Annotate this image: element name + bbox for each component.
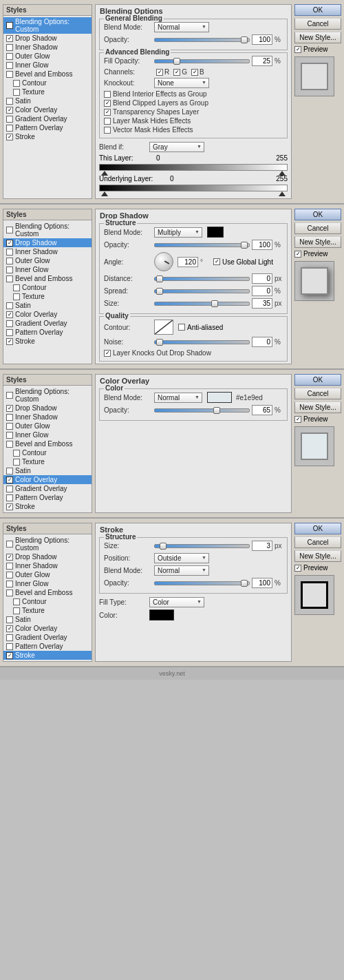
style-item-10[interactable]: Gradient Overlay: [3, 484, 92, 493]
ds-size-input[interactable]: [252, 298, 272, 309]
ds-size-slider[interactable]: [154, 302, 250, 306]
cancel-button-4[interactable]: Cancel: [294, 536, 341, 548]
preview-checkbox-2[interactable]: [294, 251, 301, 258]
style-item-10[interactable]: Gradient Overlay: [3, 114, 92, 123]
style-item-12[interactable]: Stroke: [3, 132, 92, 141]
style-item-4[interactable]: Inner Glow: [3, 265, 92, 274]
style-checkbox-10[interactable]: [6, 486, 13, 492]
ds-distance-slider[interactable]: [154, 277, 250, 281]
blend-mode-dropdown-1[interactable]: Normal: [154, 22, 209, 32]
style-item-2[interactable]: Inner Shadow: [3, 247, 92, 256]
style-item-11[interactable]: Pattern Overlay: [3, 493, 92, 502]
style-item-4[interactable]: Inner Glow: [3, 579, 92, 588]
co-blend-mode-dropdown[interactable]: Normal: [154, 393, 202, 403]
style-item-11[interactable]: Pattern Overlay: [3, 123, 92, 132]
style-item-7[interactable]: Texture: [3, 87, 92, 96]
style-checkbox-12[interactable]: [6, 652, 13, 659]
style-checkbox-0[interactable]: [6, 392, 13, 399]
style-item-6[interactable]: Contour: [3, 597, 92, 606]
style-item-8[interactable]: Satin: [3, 96, 92, 105]
style-item-6[interactable]: Contour: [3, 283, 92, 292]
style-checkbox-8[interactable]: [6, 98, 13, 105]
style-checkbox-5[interactable]: [6, 275, 13, 282]
style-item-4[interactable]: Inner Glow: [3, 61, 92, 70]
style-item-0[interactable]: Blending Options: Custom: [3, 222, 92, 238]
new-style-button-1[interactable]: New Style...: [294, 32, 341, 43]
style-checkbox-11[interactable]: [6, 125, 13, 132]
style-checkbox-7[interactable]: [13, 607, 20, 614]
layer-knocks-checkbox[interactable]: [104, 350, 111, 357]
channel-r-checkbox[interactable]: [156, 69, 163, 76]
style-checkbox-7[interactable]: [13, 89, 20, 96]
style-item-2[interactable]: Inner Shadow: [3, 561, 92, 570]
style-item-8[interactable]: Satin: [3, 301, 92, 310]
style-checkbox-8[interactable]: [6, 302, 13, 309]
style-item-1[interactable]: Drop Shadow: [3, 552, 92, 561]
ds-spread-slider[interactable]: [154, 289, 250, 293]
style-checkbox-7[interactable]: [13, 293, 20, 300]
cancel-button-3[interactable]: Cancel: [294, 388, 341, 399]
cancel-button-2[interactable]: Cancel: [294, 222, 341, 234]
style-item-12[interactable]: Stroke: [3, 502, 92, 511]
style-checkbox-4[interactable]: [6, 581, 13, 587]
opacity-input-1[interactable]: [252, 34, 272, 45]
blend-if-dropdown[interactable]: Gray: [149, 142, 204, 152]
preview-checkbox-4[interactable]: [294, 565, 301, 572]
knockout-dropdown[interactable]: None: [154, 78, 209, 88]
style-item-2[interactable]: Inner Shadow: [3, 413, 92, 421]
ds-noise-slider[interactable]: [154, 340, 250, 344]
ds-blend-mode-dropdown[interactable]: Multiply: [154, 227, 202, 238]
ds-noise-input[interactable]: [252, 337, 272, 347]
ds-color-swatch[interactable]: [207, 227, 224, 238]
style-checkbox-6[interactable]: [13, 450, 20, 457]
ds-spread-input[interactable]: [252, 286, 272, 296]
style-checkbox-5[interactable]: [6, 590, 13, 596]
transparency-checkbox[interactable]: [104, 109, 111, 116]
fill-opacity-input[interactable]: [252, 56, 272, 66]
style-checkbox-3[interactable]: [6, 572, 13, 578]
style-item-10[interactable]: Gradient Overlay: [3, 633, 92, 642]
style-checkbox-10[interactable]: [6, 634, 13, 641]
style-item-4[interactable]: Inner Glow: [3, 430, 92, 439]
style-item-11[interactable]: Pattern Overlay: [3, 328, 92, 337]
style-item-9[interactable]: Color Overlay: [3, 475, 92, 484]
co-opacity-input[interactable]: [252, 405, 272, 415]
st-blend-mode-dropdown[interactable]: Normal: [154, 565, 209, 576]
style-checkbox-4[interactable]: [6, 267, 13, 273]
style-checkbox-12[interactable]: [6, 503, 13, 510]
new-style-button-2[interactable]: New Style...: [294, 236, 341, 248]
ds-angle-dial[interactable]: [154, 252, 173, 271]
style-checkbox-3[interactable]: [6, 53, 13, 60]
style-item-3[interactable]: Outer Glow: [3, 570, 92, 579]
style-checkbox-1[interactable]: [6, 35, 13, 42]
channel-b-checkbox[interactable]: [191, 69, 198, 76]
anti-aliased-checkbox[interactable]: [178, 324, 185, 331]
style-checkbox-4[interactable]: [6, 432, 13, 439]
style-checkbox-11[interactable]: [6, 329, 13, 336]
style-checkbox-4[interactable]: [6, 62, 13, 69]
channel-g-checkbox[interactable]: [173, 69, 180, 76]
blend-interior-checkbox[interactable]: [104, 91, 111, 98]
style-checkbox-3[interactable]: [6, 423, 13, 430]
co-opacity-slider[interactable]: [154, 408, 250, 413]
style-checkbox-9[interactable]: [6, 477, 13, 483]
style-item-3[interactable]: Outer Glow: [3, 256, 92, 265]
style-checkbox-9[interactable]: [6, 625, 13, 632]
style-checkbox-3[interactable]: [6, 258, 13, 264]
st-fill-type-dropdown[interactable]: Color: [149, 597, 204, 607]
style-checkbox-0[interactable]: [6, 227, 13, 233]
style-checkbox-2[interactable]: [6, 563, 13, 570]
style-item-8[interactable]: Satin: [3, 466, 92, 475]
style-checkbox-1[interactable]: [6, 405, 13, 412]
preview-checkbox-3[interactable]: [294, 416, 301, 423]
preview-checkbox-1[interactable]: [294, 46, 301, 53]
style-item-6[interactable]: Contour: [3, 79, 92, 87]
ok-button-2[interactable]: OK: [294, 209, 341, 220]
style-checkbox-1[interactable]: [6, 240, 13, 247]
style-item-6[interactable]: Contour: [3, 448, 92, 457]
ok-button-1[interactable]: OK: [294, 4, 341, 16]
st-opacity-slider[interactable]: [154, 581, 250, 585]
style-checkbox-6[interactable]: [13, 284, 20, 291]
style-checkbox-5[interactable]: [6, 71, 13, 78]
new-style-button-4[interactable]: New Style...: [294, 550, 341, 562]
